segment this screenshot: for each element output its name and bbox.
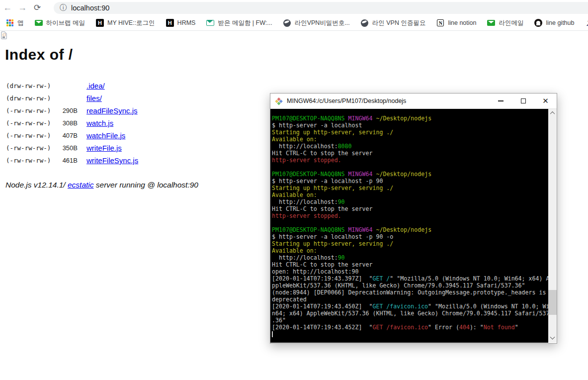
file-permissions: (-rw-rw-rw-) [6, 119, 58, 127]
terminal-line: deprecated [272, 296, 548, 303]
h-black-icon: H [166, 19, 174, 27]
terminal-line: Hit CTRL-C to stop the server [272, 150, 548, 157]
table-row: (drw-rw-rw-).idea/ [6, 80, 588, 92]
scrollbar-thumb[interactable] [548, 290, 557, 315]
bookmark-item[interactable]: 하이브랩 메일 [35, 19, 85, 27]
page-title: Index of / [5, 46, 588, 63]
bookmark-label: 하이브랩 메일 [46, 19, 85, 27]
address-bar[interactable]: ⓘ localhost:90 [54, 2, 588, 14]
bookmark-item[interactable]: 라인VPN비밀번호... [283, 19, 350, 27]
mail-outline-icon [206, 19, 214, 27]
github-icon [534, 19, 542, 27]
bookmark-label: line notion [448, 19, 476, 26]
url-text: localhost:90 [71, 4, 109, 12]
terminal-line: Available on: [272, 247, 548, 254]
svg-text:{}: {} [2, 33, 6, 37]
terminal-line: Starting up http-server, serving ./ [272, 185, 548, 191]
bookmark-item[interactable]: 앱 [6, 19, 24, 27]
terminal-line: PM107@DESKTOP-NAQQ8NS MINGW64 ~/Desktop/… [272, 226, 548, 233]
file-size: 290B [58, 107, 78, 114]
terminal-line: Hit CTRL-C to stop the server [272, 261, 548, 268]
footer-suffix: server running @ localhost:90 [94, 181, 198, 189]
file-permissions: (drw-rw-rw-) [6, 82, 58, 90]
terminal-line [272, 219, 548, 226]
apps-grid-icon [6, 19, 14, 27]
bookmark-label: 라인메일 [499, 19, 523, 27]
terminal-line [272, 331, 548, 338]
terminal-line: $ http-server -a localhost [272, 122, 548, 129]
terminal-line: http://localhost:90 [272, 254, 548, 261]
file-permissions: (drw-rw-rw-) [6, 95, 58, 102]
reload-button-icon[interactable]: ⟳ [30, 2, 45, 13]
terminal-line: http-server stopped. [272, 212, 548, 219]
terminal-cursor [272, 331, 273, 337]
bookmark-label: 앱 [17, 19, 24, 27]
file-name: readFileSync.js [86, 106, 138, 115]
scroll-up-icon[interactable] [548, 109, 557, 117]
bookmark-label: 받은 메일함 | FW:... [218, 19, 272, 27]
file-link[interactable]: watch.js [86, 119, 113, 127]
page-info-icon[interactable]: ⓘ [60, 3, 67, 12]
terminal-line: http-server stopped. [272, 157, 548, 164]
back-button-icon[interactable]: ← [0, 2, 15, 13]
terminal-line: Available on: [272, 136, 548, 143]
file-size: 350B [58, 144, 78, 152]
globe-icon [283, 19, 291, 27]
file-link[interactable]: readFileSync.js [86, 106, 138, 115]
terminal-line: Hit CTRL-C to stop the server [272, 205, 548, 212]
file-link[interactable]: writeFileSync.js [86, 156, 138, 165]
file-link[interactable]: writeFile.js [86, 144, 122, 152]
bookmark-item[interactable]: 받은 메일함 | FW:... [206, 19, 272, 27]
terminal-line: $ http-server -a localhost -p 90 -o [272, 233, 548, 240]
file-size: 461B [58, 157, 78, 164]
bookmark-item[interactable]: Nline notion [436, 19, 476, 27]
terminal-line: PM107@DESKTOP-NAQQ8NS MINGW64 ~/Desktop/… [272, 115, 548, 122]
maximize-button[interactable] [512, 94, 534, 109]
terminal-line: http://localhost:8080 [272, 143, 548, 150]
terminal-line: http://localhost:90 [272, 198, 548, 205]
ecstatic-link[interactable]: ecstatic [68, 181, 94, 189]
minimize-button[interactable] [490, 94, 512, 109]
terminal-line: [2020-01-14T07:19:43.397Z] "GET /" "Mozi… [272, 275, 548, 282]
bookmark-item[interactable]: Xline w [585, 19, 588, 27]
mail-solid-icon [35, 19, 43, 27]
terminal-line: n64; x64) AppleWebKit/537.36 (KHTML, lik… [272, 310, 548, 317]
bookmark-label: line github [546, 19, 574, 26]
terminal-line: open: http://localhost:90 [272, 268, 548, 275]
file-name: watch.js [86, 119, 113, 127]
terminal-scrollbar[interactable] [548, 109, 557, 343]
terminal-line: [2020-01-14T07:19:43.452Z] "GET /favicon… [272, 324, 548, 331]
globe-icon [361, 19, 369, 27]
file-name: watchFile.js [86, 131, 125, 140]
terminal-line: PM107@DESKTOP-NAQQ8NS MINGW64 ~/Desktop/… [272, 171, 548, 178]
bookmark-item[interactable]: HMY HIVE::로그인 [96, 19, 155, 27]
file-size: 407B [58, 132, 78, 139]
file-link[interactable]: .idea/ [86, 82, 105, 90]
forward-button-icon[interactable]: → [15, 2, 30, 13]
scroll-down-icon[interactable] [548, 334, 557, 343]
file-permissions: (-rw-rw-rw-) [6, 132, 58, 139]
terminal-output: PM107@DESKTOP-NAQQ8NS MINGW64 ~/Desktop/… [270, 109, 548, 343]
terminal-line: Starting up http-server, serving ./ [272, 129, 548, 136]
file-name: writeFileSync.js [86, 156, 138, 165]
file-link[interactable]: files/ [86, 94, 102, 102]
bookmark-label: 라인 VPN 인증필요 [372, 19, 426, 27]
file-size: 308B [58, 119, 78, 127]
bookmark-item[interactable]: 라인메일 [487, 19, 523, 27]
bookmark-item[interactable]: 라인 VPN 인증필요 [361, 19, 426, 27]
bookmark-label: HRMS [177, 19, 196, 26]
bookmarks-bar: 앱하이브랩 메일HMY HIVE::로그인HHRMS받은 메일함 | FW:..… [0, 15, 588, 31]
terminal-titlebar[interactable]: MINGW64:/c/Users/PM107/Desktop/nodejs ✕ [270, 94, 557, 109]
terminal-line: [2020-01-14T07:19:43.450Z] "GET /favicon… [272, 303, 548, 310]
terminal-line: Starting up http-server, serving ./ [272, 240, 548, 247]
mingw-app-icon [275, 97, 283, 105]
file-name: writeFile.js [86, 144, 122, 152]
bookmark-item[interactable]: HHRMS [166, 19, 196, 27]
terminal-line: $ http-server -a localhost -p 90 [272, 178, 548, 185]
file-link[interactable]: watchFile.js [86, 131, 125, 140]
bookmark-label: MY HIVE::로그인 [107, 19, 155, 27]
bookmark-item[interactable]: line github [534, 19, 574, 27]
terminal-line [272, 164, 548, 171]
close-button[interactable]: ✕ [534, 94, 557, 109]
file-permissions: (-rw-rw-rw-) [6, 107, 58, 114]
